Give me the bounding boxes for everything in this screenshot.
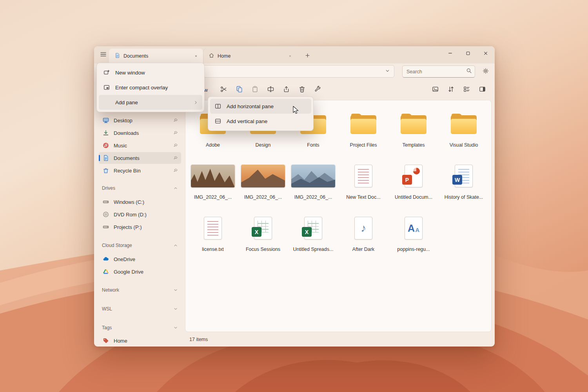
powerpoint-file-item[interactable]: P Untitled Docum... bbox=[388, 160, 439, 200]
pin-icon[interactable] bbox=[173, 143, 178, 148]
search-box[interactable] bbox=[402, 65, 475, 78]
tab-close-button[interactable] bbox=[286, 52, 294, 60]
settings-button[interactable] bbox=[479, 65, 492, 78]
tag-icon bbox=[102, 337, 110, 344]
pin-icon[interactable] bbox=[173, 156, 178, 161]
grid-row-files-2: license.txt X Focus Sessions X Untitled … bbox=[188, 212, 439, 252]
word-file-item[interactable]: W History of Skate... bbox=[439, 160, 489, 200]
sidebar-item-downloads[interactable]: Downloads bbox=[99, 127, 181, 139]
powerpoint-file-icon: P bbox=[405, 165, 423, 187]
share-button[interactable] bbox=[279, 83, 293, 97]
pin-icon[interactable] bbox=[173, 168, 178, 173]
excel-file-icon: X bbox=[304, 217, 322, 240]
image-file-item[interactable]: IMG_2022_06_... bbox=[188, 160, 238, 200]
tab-documents[interactable]: Documents bbox=[109, 49, 203, 64]
image-file-item[interactable]: IMG_2022_06_... bbox=[238, 160, 288, 200]
audio-file-item[interactable]: ♪ After Dark bbox=[338, 212, 388, 252]
delete-button[interactable] bbox=[295, 83, 309, 97]
folder-item[interactable]: Templates bbox=[388, 107, 439, 148]
section-title: Cloud Storage bbox=[102, 243, 132, 248]
sidebar-item-recycle-bin[interactable]: Recycle Bin bbox=[99, 165, 181, 176]
pin-icon[interactable] bbox=[173, 118, 178, 123]
navigation-menu-button[interactable] bbox=[97, 49, 109, 60]
sidebar-item-label: DVD Rom (D:) bbox=[114, 212, 147, 218]
pin-icon[interactable] bbox=[173, 131, 178, 136]
rename-icon bbox=[267, 85, 274, 94]
downloads-icon bbox=[102, 129, 110, 136]
image-thumbnail bbox=[291, 165, 335, 187]
sidebar-section-cloud-storage[interactable]: Cloud Storage bbox=[102, 240, 180, 250]
tab-close-button[interactable] bbox=[192, 52, 200, 60]
sidebar-item-music[interactable]: Music bbox=[99, 140, 181, 151]
close-icon bbox=[483, 50, 489, 58]
chevron-up-icon[interactable] bbox=[173, 186, 178, 191]
excel-file-icon: X bbox=[254, 217, 272, 240]
chevron-right-icon bbox=[193, 100, 198, 105]
address-dropdown-chevron[interactable] bbox=[382, 66, 392, 76]
sidebar-section-network[interactable]: Network bbox=[102, 285, 180, 295]
paste-button[interactable] bbox=[248, 83, 262, 97]
folder-icon bbox=[350, 107, 376, 140]
music-icon bbox=[102, 142, 110, 149]
menu-item-add-pane[interactable]: Add pane bbox=[99, 95, 202, 110]
sidebar-item-desktop[interactable]: Desktop bbox=[99, 114, 181, 126]
sidebar-section-tags[interactable]: Tags bbox=[102, 323, 180, 333]
search-input[interactable] bbox=[407, 69, 466, 74]
menu-item-new-window[interactable]: New window bbox=[99, 65, 202, 80]
text-file-item[interactable]: New Text Doc... bbox=[338, 160, 388, 200]
sidebar-item-projects-p[interactable]: Projects (P:) bbox=[99, 221, 181, 233]
rename-button[interactable] bbox=[263, 83, 278, 97]
chevron-down-icon[interactable] bbox=[173, 288, 178, 292]
sidebar-item-google-drive[interactable]: Google Drive bbox=[99, 266, 181, 278]
new-tab-button[interactable] bbox=[302, 51, 313, 61]
chevron-down-icon bbox=[385, 68, 390, 75]
sidebar-item-onedrive[interactable]: OneDrive bbox=[99, 253, 181, 265]
sort-button[interactable] bbox=[444, 83, 458, 97]
folder-item[interactable]: Project Files bbox=[338, 107, 388, 148]
sidebar-item-label: Documents bbox=[114, 155, 140, 161]
minimize-button[interactable] bbox=[441, 47, 459, 60]
submenu-item-add-vertical-pane[interactable]: Add vertical pane bbox=[210, 114, 311, 129]
properties-button[interactable] bbox=[310, 83, 325, 97]
chevron-down-icon[interactable] bbox=[173, 307, 178, 311]
sidebar-item-label: Downloads bbox=[114, 130, 139, 136]
gear-icon bbox=[482, 67, 489, 76]
folder-icon bbox=[451, 107, 477, 140]
sidebar-item-label: Projects (P:) bbox=[114, 224, 142, 230]
chevron-up-icon[interactable] bbox=[173, 243, 178, 248]
image-options-button[interactable] bbox=[428, 83, 442, 97]
grid-row-files-1: IMG_2022_06_... IMG_2022_06_... IMG_2022… bbox=[188, 160, 489, 200]
chevron-down-icon[interactable] bbox=[173, 325, 178, 330]
folder-item[interactable]: Visual Studio bbox=[439, 107, 489, 148]
sidebar-item-label: Music bbox=[114, 143, 127, 149]
layout-button[interactable] bbox=[459, 83, 474, 97]
image-file-item[interactable]: IMG_2022_06_... bbox=[288, 160, 338, 200]
tab-home[interactable]: Home bbox=[203, 49, 297, 64]
cut-button[interactable] bbox=[216, 83, 230, 97]
section-title: Drives bbox=[102, 185, 115, 191]
excel-file-item[interactable]: X Focus Sessions bbox=[238, 212, 288, 252]
close-icon bbox=[288, 53, 292, 59]
sidebar-section-wsl[interactable]: WSL bbox=[102, 304, 180, 314]
font-file-item[interactable]: AA poppins-regu... bbox=[388, 212, 439, 252]
menu-item-label: Add horizontal pane bbox=[227, 103, 274, 109]
sidebar-item-dvd-d[interactable]: DVD Rom (D:) bbox=[99, 209, 181, 220]
text-file-icon bbox=[204, 217, 222, 240]
sidebar-item-windows-c[interactable]: Windows (C:) bbox=[99, 196, 181, 208]
sidebar-item-tag-home[interactable]: Home bbox=[99, 335, 181, 347]
section-title: WSL bbox=[102, 306, 112, 312]
sidebar-item-documents[interactable]: Documents bbox=[99, 152, 181, 164]
scissors-icon bbox=[220, 85, 227, 94]
tab-label: Documents bbox=[123, 53, 148, 59]
image-icon bbox=[432, 85, 439, 94]
maximize-button[interactable] bbox=[459, 47, 477, 60]
status-bar: 17 items bbox=[189, 337, 208, 342]
text-file-item[interactable]: license.txt bbox=[188, 212, 238, 252]
menu-item-compact-overlay[interactable]: Enter compact overlay bbox=[99, 80, 202, 95]
details-pane-button[interactable] bbox=[475, 83, 489, 97]
copy-button[interactable] bbox=[232, 83, 246, 97]
close-button[interactable] bbox=[477, 47, 494, 60]
excel-file-item[interactable]: X Untitled Spreads... bbox=[288, 212, 338, 252]
sidebar-section-drives[interactable]: Drives bbox=[102, 183, 180, 193]
sidebar-item-label: Windows (C:) bbox=[114, 199, 144, 205]
